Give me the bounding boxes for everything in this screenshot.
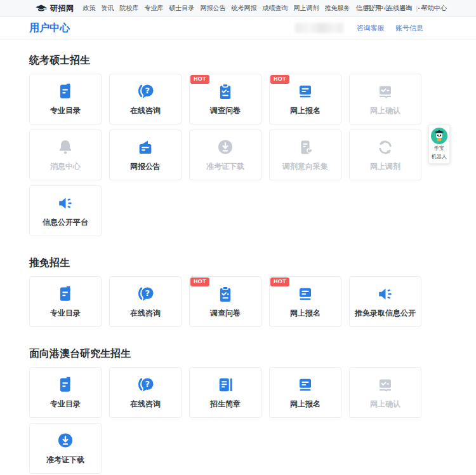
assistant-robot-widget[interactable]: 学宝 机器人 (428, 124, 450, 164)
laptop-icon (296, 82, 315, 101)
top-link[interactable]: 退出 (399, 4, 412, 13)
hot-badge: HOT (270, 75, 289, 84)
nav-item[interactable]: 院校库 (120, 4, 139, 13)
service-card: 网上确认 (349, 74, 421, 124)
account-info-link[interactable]: 账号信息 (395, 23, 423, 33)
card-grid: 专业目录?在线咨询招生简章网上报名网上确认准考证下载 (29, 367, 423, 474)
laptop-icon (296, 284, 315, 304)
book-icon (56, 284, 75, 304)
nav-item[interactable]: 网报公告 (201, 4, 226, 13)
nav-item[interactable]: 硕士目录 (169, 4, 195, 13)
contact-support-link[interactable]: 咨询客服 (357, 23, 385, 33)
card-grid: 专业目录?在线咨询HOT调查问卷HOT网上报名推免录取信息公开 (29, 276, 423, 327)
book-icon (56, 375, 75, 394)
service-card-label: 在线咨询 (130, 308, 161, 319)
nav-item[interactable]: 网上调剂 (294, 4, 319, 13)
chat-question-icon: ? (136, 284, 155, 304)
service-card[interactable]: 招生简章 (189, 367, 261, 418)
bell-icon (56, 138, 75, 157)
service-card-label: 消息中心 (50, 161, 81, 172)
confirm-check-icon (376, 82, 395, 101)
service-card-label: 调查问卷 (210, 308, 241, 319)
service-card-label: 准考证下载 (46, 455, 84, 465)
top-link[interactable]: 用户中心 (365, 4, 390, 13)
section-title: 推免招生 (29, 257, 447, 270)
service-card-label: 在线咨询 (130, 105, 161, 116)
service-card-label: 网上报名 (290, 399, 321, 410)
page-header: 用户中心 咨询客服 账号信息 (0, 17, 476, 39)
service-card[interactable]: HOT调查问卷 (189, 74, 261, 124)
svg-text:?: ? (145, 86, 150, 95)
site-logo[interactable]: 研招网 (35, 3, 74, 14)
separator: | (416, 5, 418, 12)
robot-name-line: 学宝 (430, 145, 448, 152)
service-card-label: 招生简章 (210, 399, 241, 410)
clipboard-check-icon (216, 82, 235, 101)
laptop-icon (296, 375, 315, 394)
nav-item[interactable]: 推免服务 (325, 4, 350, 13)
nav-item[interactable]: 统考网报 (232, 4, 257, 13)
service-card[interactable]: HOT网上报名 (269, 74, 341, 124)
service-card: 准考证下载 (189, 130, 261, 180)
service-card-label: 信息公开平台 (43, 217, 88, 228)
announcement-icon (136, 138, 155, 157)
service-card-label: 网上确认 (370, 105, 400, 116)
service-card[interactable]: 推免录取信息公开 (349, 276, 421, 327)
service-card-label: 网上报名 (290, 308, 321, 319)
service-section: 统考硕士招生专业目录?在线咨询HOT调查问卷HOT网上报名网上确认消息中心网报公… (29, 54, 447, 236)
site-logo-text: 研招网 (50, 3, 74, 14)
service-card-label: 调剂意向采集 (282, 161, 328, 172)
document-icon (216, 375, 235, 394)
service-card[interactable]: HOT调查问卷 (189, 276, 261, 327)
nav-item[interactable]: 政策 (83, 4, 96, 13)
clipboard-check-icon (216, 284, 235, 304)
service-card: 网上调剂 (349, 130, 421, 180)
service-card-label: 调查问卷 (210, 105, 241, 116)
masked-username (295, 23, 343, 33)
service-card: 网上确认 (349, 367, 421, 418)
sections: 统考硕士招生专业目录?在线咨询HOT调查问卷HOT网上报名网上确认消息中心网报公… (0, 39, 476, 474)
nav-item[interactable]: 成绩查询 (263, 4, 288, 13)
service-card[interactable]: ?在线咨询 (109, 276, 182, 327)
server-heart-icon (296, 138, 315, 157)
service-card-label: 网上确认 (370, 399, 400, 410)
service-card[interactable]: 准考证下载 (29, 423, 102, 474)
svg-text:?: ? (145, 288, 150, 298)
svg-text:?: ? (145, 379, 150, 389)
download-icon (216, 138, 235, 157)
service-card[interactable]: 网上报名 (269, 367, 341, 418)
page-header-actions: 咨询客服 账号信息 (295, 23, 423, 33)
nav-item[interactable]: 专业库 (145, 4, 164, 13)
service-section: 推免招生专业目录?在线咨询HOT调查问卷HOT网上报名推免录取信息公开 (29, 257, 447, 327)
hot-badge: HOT (270, 278, 289, 286)
confirm-check-icon (376, 375, 395, 394)
graduation-cap-icon (35, 4, 48, 13)
nav-item[interactable]: 资讯 (102, 4, 114, 13)
service-card[interactable]: 网报公告 (109, 130, 182, 180)
separator: | (394, 5, 396, 12)
section-title: 统考硕士招生 (29, 54, 447, 67)
top-link[interactable]: 帮助中心 (421, 4, 447, 13)
book-icon (56, 82, 75, 101)
service-card[interactable]: ?在线咨询 (109, 74, 182, 124)
service-card-label: 网上调剂 (370, 161, 400, 172)
topbar-user-links: 用户中心|退出|帮助中心 (365, 4, 447, 13)
service-card[interactable]: 专业目录 (29, 367, 102, 418)
service-card[interactable]: ?在线咨询 (109, 367, 182, 418)
section-title: 面向港澳台研究生招生 (29, 347, 447, 361)
service-card-label: 专业目录 (50, 399, 81, 410)
service-card[interactable]: 信息公开平台 (29, 185, 102, 236)
service-card[interactable]: 专业目录 (29, 276, 102, 327)
speaker-icon (56, 194, 75, 213)
robot-avatar-icon (430, 128, 448, 144)
service-card[interactable]: 专业目录 (29, 74, 102, 124)
service-card[interactable]: HOT网上报名 (269, 276, 341, 327)
service-card-label: 网上报名 (290, 105, 321, 116)
service-card-label: 专业目录 (50, 105, 81, 116)
service-card-label: 推免录取信息公开 (355, 308, 416, 319)
refresh-icon (376, 138, 395, 157)
service-card-label: 在线咨询 (130, 399, 161, 410)
service-section: 面向港澳台研究生招生专业目录?在线咨询招生简章网上报名网上确认准考证下载 (29, 347, 447, 474)
top-navigation-bar: 研招网 政策资讯院校库专业库硕士目录网报公告统考网报成绩查询网上调剂推免服务信息… (0, 0, 476, 17)
chat-question-icon: ? (136, 82, 155, 101)
